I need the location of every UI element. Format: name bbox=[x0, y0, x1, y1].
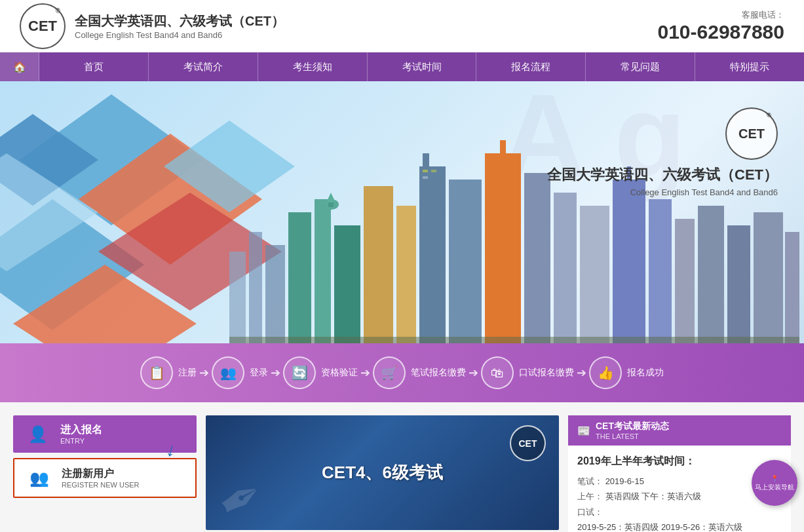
left-panel: 👤 进入报名 ENTRY ↓ 👥 注册新用户 REGISTER NEW USER bbox=[13, 415, 197, 532]
hero-title-en: College English Test Band4 and Band6 bbox=[547, 187, 778, 197]
svg-rect-24 bbox=[613, 180, 645, 343]
hero-registered: ® bbox=[767, 112, 771, 119]
step-label-verify: 资格验证 bbox=[321, 367, 358, 379]
svg-rect-21 bbox=[524, 173, 550, 343]
svg-rect-29 bbox=[727, 225, 750, 343]
main-content: 👤 进入报名 ENTRY ↓ 👥 注册新用户 REGISTER NEW USER… bbox=[0, 402, 804, 532]
mid-main-text: CET4、6级考试 bbox=[322, 461, 443, 484]
news-label-2: 上午： bbox=[577, 491, 603, 501]
svg-rect-8 bbox=[229, 252, 246, 343]
nav-label-notice: 考生须知 bbox=[293, 61, 332, 73]
hero-logo-area: CET ® 全国大学英语四、六级考试（CET） College English … bbox=[547, 107, 778, 197]
nav-process[interactable]: 报名流程 bbox=[476, 52, 586, 81]
step-arrow-1: ➔ bbox=[199, 366, 209, 380]
svg-rect-28 bbox=[698, 206, 724, 343]
news-item-2: 上午： 英语四级 下午：英语六级 bbox=[577, 489, 782, 504]
nav-time[interactable]: 考试时间 bbox=[368, 52, 477, 81]
site-title-en: College English Test Band4 and Band6 bbox=[75, 30, 284, 40]
header-title: 全国大学英语四、六级考试（CET） College English Test B… bbox=[75, 12, 284, 40]
home-icon: 🏠 bbox=[13, 61, 26, 73]
nav-label-tips: 特别提示 bbox=[730, 61, 769, 73]
hero-title-cn: 全国大学英语四、六级考试（CET） bbox=[547, 165, 778, 185]
site-title-cn: 全国大学英语四、六级考试（CET） bbox=[75, 12, 284, 30]
register-subtitle: REGISTER NEW USER bbox=[62, 481, 140, 489]
news-main-title: 2019年上半年考试时间： bbox=[577, 455, 782, 468]
svg-rect-34 bbox=[423, 176, 428, 179]
svg-rect-19 bbox=[485, 153, 521, 343]
step-icon-verify: 🔄 bbox=[283, 356, 316, 389]
hero-banner: A g bbox=[0, 81, 804, 343]
svg-rect-9 bbox=[249, 232, 262, 343]
news-label-3: 口试： bbox=[577, 507, 603, 517]
entry-subtitle: ENTRY bbox=[60, 437, 102, 445]
logo-text: CET bbox=[28, 18, 57, 35]
step-icon-success: 👍 bbox=[589, 356, 622, 389]
news-value-2: 英语四级 下午：英语六级 bbox=[605, 491, 702, 501]
svg-rect-33 bbox=[431, 170, 436, 172]
nav-label-faq: 常见问题 bbox=[621, 61, 660, 73]
step-label-login: 登录 bbox=[250, 367, 268, 379]
nav-tips[interactable]: 特别提示 bbox=[695, 52, 804, 81]
svg-rect-26 bbox=[649, 199, 672, 343]
float-label: 马上安装导航 bbox=[755, 483, 794, 491]
news-icon: 📰 bbox=[577, 425, 590, 437]
header: CET ® 全国大学英语四、六级考试（CET） College English … bbox=[0, 0, 804, 52]
nav-notice[interactable]: 考生须知 bbox=[258, 52, 368, 81]
nav-label-time: 考试时间 bbox=[402, 61, 442, 73]
news-header: 📰 CET考试最新动态 THE LATEST bbox=[568, 415, 791, 446]
svg-rect-14 bbox=[364, 186, 393, 343]
svg-rect-18 bbox=[449, 180, 482, 343]
svg-rect-11 bbox=[288, 212, 311, 343]
phone-number: 010-62987880 bbox=[657, 21, 784, 43]
register-icon: 👥 bbox=[28, 469, 51, 487]
step-label-register: 注册 bbox=[178, 367, 197, 379]
register-button[interactable]: ↓ 👥 注册新用户 REGISTER NEW USER bbox=[13, 458, 197, 498]
step-label-success: 报名成功 bbox=[627, 367, 664, 379]
nav-label-process: 报名流程 bbox=[511, 61, 550, 73]
svg-rect-16 bbox=[419, 166, 446, 343]
step-verify: 🔄 资格验证 bbox=[283, 356, 358, 389]
nav-label-intro: 考试简介 bbox=[183, 61, 223, 73]
step-icon-register: 📋 bbox=[140, 356, 173, 389]
mid-cet-logo: CET bbox=[510, 425, 546, 461]
middle-image: ✒ CET CET4、6级考试 bbox=[206, 415, 559, 530]
svg-rect-32 bbox=[423, 170, 428, 172]
nav-index[interactable]: 首页 bbox=[39, 52, 149, 81]
entry-title: 进入报名 bbox=[60, 423, 102, 437]
middle-panel: ✒ CET CET4、6级考试 bbox=[206, 415, 559, 532]
news-title-header: CET考试最新动态 bbox=[596, 421, 669, 432]
register-title: 注册新用户 bbox=[62, 467, 140, 481]
entry-icon: 👤 bbox=[26, 425, 50, 444]
news-value-4: 2019-5-25：英语四级 2019-5-26：英语六级 bbox=[577, 522, 742, 532]
svg-rect-35 bbox=[229, 337, 799, 343]
step-label-written: 笔试报名缴费 bbox=[411, 367, 466, 379]
news-value-1: 2019-6-15 bbox=[605, 476, 644, 486]
service-label: 客服电话： bbox=[657, 9, 784, 21]
nav-faq[interactable]: 常见问题 bbox=[586, 52, 695, 81]
svg-rect-30 bbox=[754, 212, 783, 343]
svg-marker-38 bbox=[326, 193, 335, 202]
svg-rect-27 bbox=[675, 219, 695, 343]
step-icon-login: 👥 bbox=[212, 356, 244, 389]
mid-logo-text: CET bbox=[519, 438, 537, 449]
svg-rect-10 bbox=[265, 245, 285, 343]
hero-logo-text: CET bbox=[738, 126, 765, 142]
hero-cet-logo: CET ® bbox=[725, 107, 778, 160]
float-button[interactable]: 📍 马上安装导航 bbox=[752, 460, 797, 506]
cet-logo: CET ® bbox=[20, 3, 66, 49]
nav-home[interactable]: 🏠 bbox=[0, 52, 39, 81]
svg-rect-20 bbox=[500, 140, 506, 157]
entry-text: 进入报名 ENTRY bbox=[60, 423, 102, 445]
step-arrow-3: ➔ bbox=[360, 366, 370, 380]
svg-rect-23 bbox=[580, 206, 609, 343]
steps-bar: 📋 注册 ➔ 👥 登录 ➔ 🔄 资格验证 ➔ 🛒 笔试报名缴费 ➔ 🛍 口试报名… bbox=[0, 343, 804, 402]
nav-intro[interactable]: 考试简介 bbox=[149, 52, 258, 81]
step-oral: 🛍 口试报名缴费 bbox=[481, 356, 574, 389]
svg-rect-22 bbox=[554, 193, 577, 343]
step-label-oral: 口试报名缴费 bbox=[519, 367, 574, 379]
header-left: CET ® 全国大学英语四、六级考试（CET） College English … bbox=[20, 3, 284, 49]
step-arrow-2: ➔ bbox=[271, 366, 280, 380]
float-icon: 📍 bbox=[771, 474, 778, 483]
svg-rect-12 bbox=[315, 199, 331, 343]
news-item-4: 2019-5-25：英语四级 2019-5-26：英语六级 bbox=[577, 520, 782, 532]
